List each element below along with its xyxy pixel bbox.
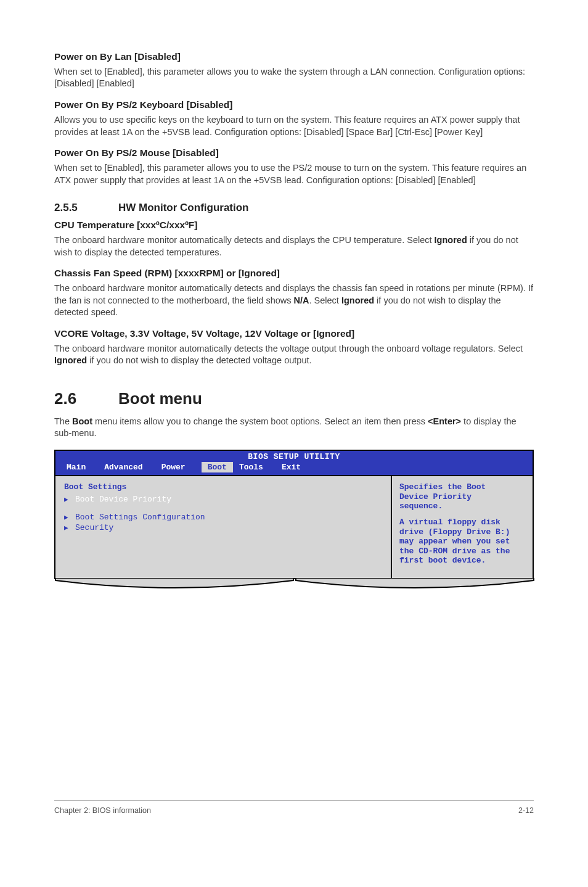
heading-power-lan: Power on By Lan [Disabled] (54, 51, 534, 64)
bold-enter: <Enter> (428, 416, 461, 426)
help-text: Specifies the Boot Device Priority seque… (399, 482, 526, 566)
para-chassis-fan: The onboard hardware monitor automatical… (54, 283, 534, 319)
page-footer: Chapter 2: BIOS information 2-12 (54, 800, 534, 816)
section-number: 2.5.5 (54, 201, 118, 215)
help-line: Specifies the Boot (399, 482, 526, 492)
bios-help-pane: Specifies the Boot Device Priority seque… (392, 476, 533, 578)
bold-boot: Boot (72, 416, 92, 426)
para-power-lan: When set to [Enabled], this parameter al… (54, 66, 534, 90)
heading-ps2-keyboard: Power On By PS/2 Keyboard [Disabled] (54, 99, 534, 112)
menu-label: Boot Settings Configuration (75, 513, 205, 522)
heading-ps2-mouse: Power On By PS/2 Mouse [Disabled] (54, 147, 534, 160)
heading-cpu-temp: CPU Temperature [xxxºC/xxxºF] (54, 219, 534, 232)
footer-page-number: 2-12 (518, 806, 534, 816)
text: . Select (309, 295, 341, 305)
text: if you do not wish to display the detect… (87, 355, 311, 365)
triangle-icon: ▶ (64, 514, 70, 522)
heading-chassis-fan: Chassis Fan Speed (RPM) [xxxxRPM] or [Ig… (54, 267, 534, 280)
help-line: first boot device. (399, 556, 526, 566)
help-line: drive (Floppy Drive B:) (399, 527, 526, 537)
tab-tools[interactable]: Tools (239, 462, 276, 473)
section-2-5-5: 2.5.5 HW Monitor Configuration (54, 201, 534, 215)
help-line: Device Priority (399, 492, 526, 502)
bios-left-heading: Boot Settings (64, 482, 382, 492)
section-title: HW Monitor Configuration (118, 201, 249, 215)
bios-header: BIOS SETUP UTILITY Main Advanced Power B… (55, 451, 533, 475)
help-line: A virtual floppy disk (399, 518, 526, 527)
text: The onboard hardware monitor automatical… (54, 235, 435, 245)
spacer (64, 505, 382, 512)
menu-boot-settings-config[interactable]: ▶ Boot Settings Configuration (64, 513, 382, 522)
bold-na: N/A (294, 295, 309, 305)
bold-ignored: Ignored (435, 235, 467, 245)
tab-advanced[interactable]: Advanced (104, 462, 155, 473)
tab-power[interactable]: Power (161, 462, 198, 473)
help-line: the CD-ROM drive as the (399, 547, 526, 556)
bios-left-pane: Boot Settings ▶ Boot Device Priority ▶ B… (55, 476, 392, 578)
bios-body: Boot Settings ▶ Boot Device Priority ▶ B… (55, 475, 533, 578)
bios-panel: BIOS SETUP UTILITY Main Advanced Power B… (54, 450, 534, 579)
spacer (399, 511, 526, 518)
menu-label: Boot Device Priority (75, 495, 171, 505)
tab-boot[interactable]: Boot (202, 462, 233, 473)
bold-ignored: Ignored (54, 355, 87, 365)
para-vcore: The onboard hardware monitor automatical… (54, 343, 534, 367)
bios-title: BIOS SETUP UTILITY (55, 451, 533, 462)
bios-bottom-curve (54, 578, 535, 590)
para-cpu-temp: The onboard hardware monitor automatical… (54, 234, 534, 258)
heading-vcore: VCORE Voltage, 3.3V Voltage, 5V Voltage,… (54, 328, 534, 340)
help-line: may appear when you set (399, 537, 526, 547)
bios-tabs: Main Advanced Power Boot Tools Exit (55, 462, 533, 476)
tab-main[interactable]: Main (67, 462, 98, 473)
bold-ignored: Ignored (341, 295, 374, 305)
triangle-icon: ▶ (64, 496, 70, 504)
menu-security[interactable]: ▶ Security (64, 523, 382, 533)
text: The (54, 416, 72, 426)
triangle-icon: ▶ (64, 524, 70, 532)
section-number: 2.6 (54, 388, 118, 410)
menu-boot-device-priority[interactable]: ▶ Boot Device Priority (64, 495, 382, 505)
footer-chapter: Chapter 2: BIOS information (54, 806, 151, 816)
text: menu items allow you to change the syste… (92, 416, 428, 426)
para-ps2-keyboard: Allows you to use specific keys on the k… (54, 114, 534, 138)
tab-exit[interactable]: Exit (282, 462, 313, 473)
para-ps2-mouse: When set to [Enabled], this parameter al… (54, 162, 534, 186)
section-title: Boot menu (118, 388, 202, 410)
section-2-6: 2.6 Boot menu (54, 388, 534, 410)
text: The onboard hardware monitor automatical… (54, 344, 523, 353)
para-boot-intro: The Boot menu items allow you to change … (54, 416, 534, 440)
menu-label: Security (75, 523, 113, 533)
help-line: sequence. (399, 501, 526, 511)
